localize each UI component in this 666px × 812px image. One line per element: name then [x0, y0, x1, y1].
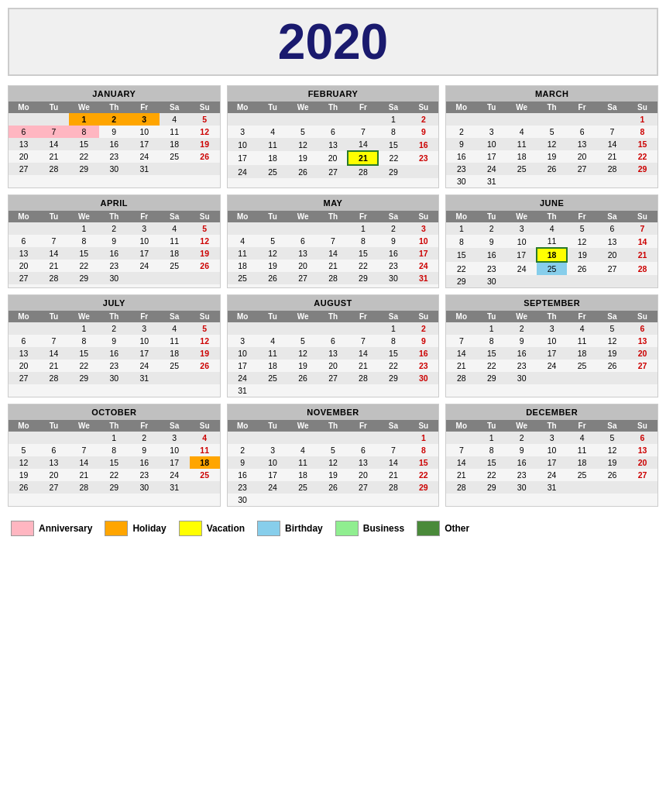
weekday-header: Sa [597, 102, 627, 113]
calendar-day: 19 [190, 247, 220, 260]
calendar-day: 22 [476, 360, 506, 372]
calendar-day: 1 [378, 322, 408, 335]
calendar-day: 26 [567, 262, 597, 275]
calendar-day: 26 [597, 469, 627, 481]
calendar-day [9, 222, 39, 235]
calendar-day: 28 [39, 163, 69, 175]
calendar-day: 21 [39, 360, 69, 372]
calendar-day: 24 [476, 163, 506, 175]
calendar-day [537, 275, 567, 287]
calendar-day: 28 [39, 272, 69, 284]
calendar-day: 25 [160, 150, 190, 163]
calendar-day [537, 372, 567, 384]
weekday-header: We [506, 102, 537, 113]
calendar-day: 5 [537, 126, 567, 138]
calendar-day [318, 384, 348, 397]
calendar-day: 1 [476, 432, 506, 444]
calendar-day: 20 [9, 360, 39, 372]
calendar-day: 19 [288, 360, 318, 372]
calendar-day: 2 [506, 432, 537, 444]
calendar-day: 4 [567, 322, 597, 335]
calendar-day: 24 [258, 481, 288, 494]
calendar-day: 12 [597, 444, 627, 456]
calendar-day: 11 [537, 235, 567, 248]
calendar-day: 8 [476, 335, 506, 347]
calendar-day [258, 494, 288, 506]
calendar-day: 16 [228, 469, 258, 481]
calendar-day: 12 [318, 456, 348, 469]
calendar-day [567, 175, 597, 188]
calendar-day: 16 [378, 247, 408, 260]
calendar-day: 2 [378, 222, 408, 235]
weekday-header: Fr [348, 211, 378, 222]
calendar-day [597, 481, 627, 494]
weekday-header: Sa [378, 311, 408, 322]
calendar-day: 4 [506, 126, 537, 138]
calendar-day: 6 [9, 235, 39, 247]
calendar-day: 4 [537, 222, 567, 235]
calendar-day: 18 [567, 456, 597, 469]
calendar-day [567, 113, 597, 126]
calendar-day: 20 [597, 248, 627, 262]
calendar-day: 12 [190, 335, 220, 347]
calendar-day: 27 [627, 469, 657, 481]
weekday-header: Mo [446, 102, 476, 113]
calendar-day [378, 494, 408, 506]
calendar-day: 3 [408, 222, 438, 235]
calendar-day: 25 [567, 469, 597, 481]
month-title: SEPTEMBER [446, 295, 657, 311]
calendar-day: 6 [288, 235, 318, 247]
calendar-day: 22 [627, 150, 657, 163]
calendar-day: 7 [39, 235, 69, 247]
calendar-day [476, 113, 506, 126]
calendar-day: 7 [348, 335, 378, 347]
calendar-day: 17 [228, 360, 258, 372]
calendar-day: 16 [446, 150, 476, 163]
calendar-day: 4 [228, 235, 258, 247]
weekday-header: We [69, 211, 99, 222]
month-january: JANUARYMoTuWeThFrSaSu1234567891011121314… [8, 85, 221, 188]
calendar-day: 14 [378, 456, 408, 469]
legend-label: Business [363, 523, 404, 534]
weekday-header: Tu [476, 311, 506, 322]
weekday-header: Mo [228, 311, 258, 322]
calendar-day: 10 [160, 444, 190, 456]
calendar-day: 21 [378, 469, 408, 481]
month-table: MoTuWeThFrSaSu12345678910111213141516171… [228, 102, 439, 178]
legend-item-other: Other [417, 521, 469, 536]
calendar-day: 30 [506, 372, 537, 384]
calendar-day: 31 [476, 175, 506, 188]
calendar-day: 16 [99, 138, 129, 150]
month-title: AUGUST [228, 295, 439, 311]
calendar-day: 24 [537, 360, 567, 372]
calendar-day: 12 [288, 347, 318, 360]
calendar-day: 26 [190, 360, 220, 372]
calendar-day [627, 275, 657, 287]
calendar-day: 8 [408, 444, 438, 456]
calendar-day: 3 [476, 126, 506, 138]
calendar-day: 17 [537, 456, 567, 469]
calendar-day [160, 272, 190, 284]
calendar-day: 25 [160, 360, 190, 372]
calendar-day: 22 [69, 360, 99, 372]
calendar-day: 9 [408, 126, 438, 138]
calendar-day: 13 [627, 335, 657, 347]
calendar-day: 31 [228, 384, 258, 397]
calendar-day: 2 [99, 322, 129, 335]
weekday-header: Th [537, 311, 567, 322]
calendar-day: 16 [408, 138, 438, 151]
calendar-day [228, 322, 258, 335]
calendar-day: 25 [506, 163, 537, 175]
calendar-day [258, 384, 288, 397]
calendar-day: 7 [597, 126, 627, 138]
weekday-header: Su [190, 311, 220, 322]
calendar-day: 2 [129, 432, 160, 444]
calendar-day: 10 [258, 456, 288, 469]
calendar-day: 8 [69, 235, 99, 247]
calendar-day: 28 [597, 163, 627, 175]
legend-color-box [105, 521, 128, 536]
calendar-day [348, 113, 378, 126]
weekday-header: Su [627, 211, 657, 222]
legend-item-business: Business [335, 521, 404, 536]
calendar-day: 28 [446, 481, 476, 494]
